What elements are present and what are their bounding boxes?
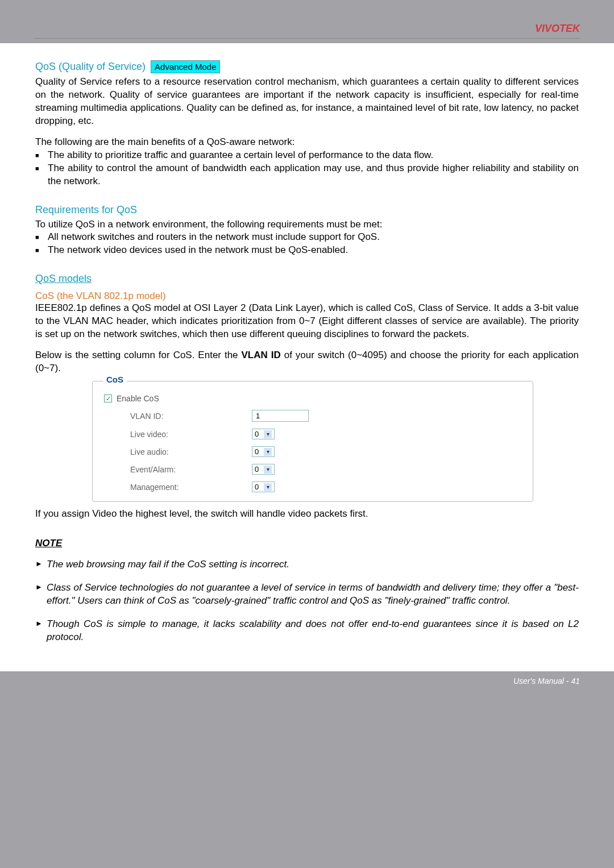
cos-settings-box: CoS ✓ Enable CoS VLAN ID: 1 Live video: … (92, 381, 533, 502)
list-item: All network switches and routers in the … (35, 231, 579, 244)
vlan-id-row: VLAN ID: 1 (104, 410, 521, 422)
qos-models-heading: QoS models (35, 273, 579, 285)
cos-para2-bold: VLAN ID (242, 350, 281, 360)
note-list: The web browsing may fail if the CoS set… (35, 558, 579, 644)
header-divider (34, 38, 580, 39)
note-item: Though CoS is simple to manage, it lacks… (35, 618, 579, 644)
enable-cos-label: Enable CoS (117, 394, 159, 403)
event-alarm-row: Event/Alarm: 0▾ (104, 464, 521, 475)
chevron-down-icon: ▾ (264, 483, 272, 491)
qos-models-section: QoS models CoS (the VLAN 802.1p model) I… (35, 273, 579, 521)
note-item: Class of Service technologies do not gua… (35, 582, 579, 608)
vlan-id-label: VLAN ID: (104, 412, 252, 421)
requirements-heading: Requirements for QoS (35, 204, 579, 216)
cos-heading: CoS (the VLAN 802.1p model) (35, 290, 579, 302)
qos-section: QoS (Quality of Service) Advanced Mode Q… (35, 60, 579, 188)
management-row: Management: 0▾ (104, 481, 521, 492)
management-label: Management: (104, 483, 252, 492)
note-heading: NOTE (35, 538, 579, 549)
list-item: The ability to prioritize traffic and gu… (35, 149, 579, 162)
cos-after: If you assign Video the highest level, t… (35, 508, 579, 521)
live-video-row: Live video: 0▾ (104, 429, 521, 439)
qos-benefits-list: The ability to prioritize traffic and gu… (35, 149, 579, 188)
event-alarm-select[interactable]: 0▾ (252, 464, 275, 475)
footer-text: User's Manual - 41 (513, 676, 580, 686)
brand-logo: VIVOTEK (535, 23, 580, 34)
note-item: The web browsing may fail if the CoS set… (35, 558, 579, 571)
page-header: VIVOTEK (0, 0, 614, 43)
qos-heading: QoS (Quality of Service) Advanced Mode (35, 60, 579, 73)
chevron-down-icon: ▾ (264, 430, 272, 438)
live-audio-select[interactable]: 0▾ (252, 446, 275, 457)
live-video-select[interactable]: 0▾ (252, 429, 275, 439)
cos-para2: Below is the setting column for CoS. Ent… (35, 349, 579, 375)
chevron-down-icon: ▾ (264, 466, 272, 474)
chevron-down-icon: ▾ (264, 448, 272, 456)
management-value: 0 (255, 483, 259, 491)
page-content: QoS (Quality of Service) Advanced Mode Q… (0, 43, 614, 671)
list-item: The ability to control the amount of ban… (35, 162, 579, 188)
requirements-lead: To utilize QoS in a network environment,… (35, 218, 579, 231)
live-video-value: 0 (255, 430, 259, 438)
list-item: The network video devices used in the ne… (35, 244, 579, 257)
qos-benefits-lead: The following are the main benefits of a… (35, 136, 579, 149)
management-select[interactable]: 0▾ (252, 481, 275, 492)
event-alarm-label: Event/Alarm: (104, 465, 252, 474)
cos-box-legend: CoS (103, 375, 127, 384)
live-audio-value: 0 (255, 447, 259, 456)
requirements-list: All network switches and routers in the … (35, 231, 579, 257)
advanced-mode-badge: Advanced Mode (151, 60, 220, 73)
requirements-section: Requirements for QoS To utilize QoS in a… (35, 204, 579, 258)
qos-intro: Quality of Service refers to a resource … (35, 76, 579, 128)
cos-para2-a: Below is the setting column for CoS. Ent… (35, 350, 242, 360)
event-alarm-value: 0 (255, 465, 259, 474)
enable-cos-checkbox[interactable]: ✓ (104, 394, 112, 402)
live-video-label: Live video: (104, 430, 252, 439)
live-audio-row: Live audio: 0▾ (104, 446, 521, 457)
qos-title: QoS (Quality of Service) (35, 61, 146, 72)
enable-cos-row: ✓ Enable CoS (104, 394, 521, 403)
page-footer: User's Manual - 41 (0, 671, 614, 749)
cos-para1: IEEE802.1p defines a QoS model at OSI La… (35, 302, 579, 341)
vlan-id-input[interactable]: 1 (252, 410, 309, 422)
live-audio-label: Live audio: (104, 447, 252, 456)
